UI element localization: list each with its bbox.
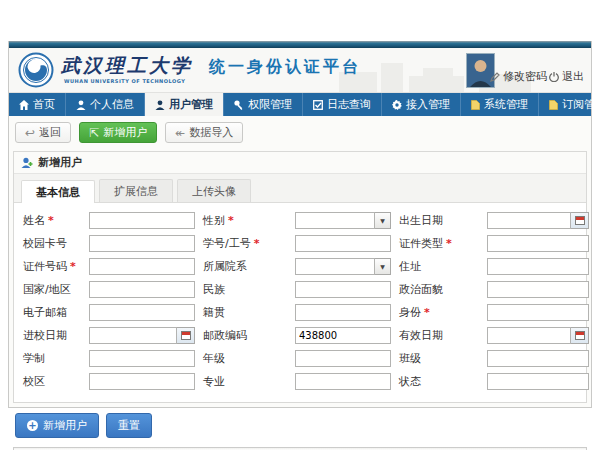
field-1-control: ▼	[295, 212, 391, 229]
field-8-label: 住址	[399, 259, 479, 274]
field-10-input[interactable]	[295, 281, 391, 298]
field-13-control	[295, 304, 391, 321]
nav-item-profile[interactable]: 个人信息	[66, 93, 145, 116]
field-0-input[interactable]	[89, 212, 195, 229]
field-2-input[interactable]	[487, 212, 571, 229]
field-12-input[interactable]	[89, 304, 195, 321]
field-5-control	[487, 235, 589, 252]
university-name-english: WUHAN UNIVERSITY OF TECHNOLOGY	[64, 78, 185, 84]
field-5-input[interactable]	[487, 235, 589, 252]
toolbar: ↩ 返回 ⇱ 新增用户 ↞ 数据导入	[13, 122, 587, 143]
nav-item-user-management[interactable]: 用户管理	[145, 93, 224, 116]
field-12-label: 电子邮箱	[23, 305, 81, 320]
university-logo	[18, 52, 54, 88]
document-icon	[549, 100, 558, 110]
reset-button[interactable]: 重置	[106, 413, 152, 438]
main-nav: 首页 个人信息 用户管理 权限管理 日志查询 接入管理 系统管理 订阅管理	[9, 93, 591, 116]
field-1-input[interactable]	[295, 212, 375, 229]
field-22-input[interactable]	[295, 373, 391, 390]
submit-add-user-button[interactable]: + 新增用户	[15, 413, 99, 438]
field-17-label: 有效日期	[399, 328, 479, 343]
header: 武汉理工大学 WUHAN UNIVERSITY OF TECHNOLOGY 统一…	[9, 48, 591, 93]
field-13-label: 籍贯	[203, 305, 287, 320]
field-18-input[interactable]	[89, 350, 195, 367]
change-password-link[interactable]: 修改密码	[490, 69, 547, 84]
nav-item-access[interactable]: 接入管理	[382, 93, 461, 116]
back-button[interactable]: ↩ 返回	[15, 122, 71, 143]
required-asterisk: *	[228, 214, 234, 227]
field-19-input[interactable]	[295, 350, 391, 367]
field-16-label: 邮政编码	[203, 328, 287, 343]
required-asterisk: *	[424, 306, 430, 319]
field-18-control	[89, 350, 195, 367]
logout-link[interactable]: 退出	[549, 69, 584, 84]
users-icon	[155, 100, 165, 110]
field-17-control	[487, 327, 589, 344]
field-0-control	[89, 212, 195, 229]
calendar-icon[interactable]	[571, 327, 589, 344]
field-21-input[interactable]	[89, 373, 195, 390]
field-19-control	[295, 350, 391, 367]
tab-extended-info[interactable]: 扩展信息	[99, 179, 173, 202]
field-11-control	[487, 281, 589, 298]
field-8-control	[487, 258, 589, 275]
field-16-control	[295, 327, 391, 344]
field-7-label: 所属院系	[203, 259, 287, 274]
field-20-control	[487, 350, 589, 367]
field-10-control	[295, 281, 391, 298]
top-accent-bar	[9, 41, 591, 48]
calendar-icon[interactable]	[571, 212, 589, 229]
pencil-icon	[490, 72, 500, 82]
form-actions: + 新增用户 重置	[15, 413, 585, 438]
form-tabs: 基本信息 扩展信息 上传头像	[14, 174, 586, 203]
add-user-icon	[21, 157, 33, 169]
new-user-panel: 新增用户 基本信息 扩展信息 上传头像 姓名*性别*▼出生日期校园卡号学号/工号…	[13, 151, 587, 403]
field-20-input[interactable]	[487, 350, 589, 367]
field-9-label: 国家/地区	[23, 282, 81, 297]
logout-label: 退出	[562, 69, 584, 84]
field-18-label: 学制	[23, 351, 81, 366]
field-15-input[interactable]	[89, 327, 177, 344]
field-16-input[interactable]	[295, 327, 391, 344]
required-asterisk: *	[254, 237, 260, 250]
nav-item-subscription[interactable]: 订阅管理	[539, 93, 600, 116]
field-23-label: 状态	[399, 374, 479, 389]
tab-upload-avatar[interactable]: 上传头像	[177, 179, 251, 202]
nav-item-permissions[interactable]: 权限管理	[224, 93, 303, 116]
field-8-input[interactable]	[487, 258, 589, 275]
field-0-label: 姓名*	[23, 213, 81, 228]
field-10-label: 民族	[203, 282, 287, 297]
chevron-down-icon[interactable]: ▼	[375, 258, 391, 275]
field-23-input[interactable]	[487, 373, 589, 390]
required-asterisk: *	[446, 237, 452, 250]
field-23-control	[487, 373, 589, 390]
field-11-input[interactable]	[487, 281, 589, 298]
skyline-decoration	[381, 63, 403, 92]
field-1-label: 性别*	[203, 213, 287, 228]
plus-circle-icon: +	[27, 420, 38, 431]
field-6-control	[89, 258, 195, 275]
add-user-toolbar-button[interactable]: ⇱ 新增用户	[79, 122, 157, 143]
data-import-button[interactable]: ↞ 数据导入	[165, 122, 243, 143]
field-14-input[interactable]	[487, 304, 589, 321]
field-22-label: 专业	[203, 374, 287, 389]
nav-item-system[interactable]: 系统管理	[461, 93, 539, 116]
field-9-input[interactable]	[89, 281, 195, 298]
field-13-input[interactable]	[295, 304, 391, 321]
required-asterisk: *	[48, 214, 54, 227]
field-4-input[interactable]	[295, 235, 391, 252]
nav-item-logs[interactable]: 日志查询	[303, 93, 382, 116]
field-7-input[interactable]	[295, 258, 375, 275]
field-14-control	[487, 304, 589, 321]
field-3-label: 校园卡号	[23, 236, 81, 251]
import-arrow-icon: ↞	[175, 127, 185, 139]
skyline-decoration	[423, 68, 453, 92]
field-3-input[interactable]	[89, 235, 195, 252]
calendar-icon[interactable]	[177, 327, 195, 344]
nav-item-home[interactable]: 首页	[9, 93, 66, 116]
chevron-down-icon[interactable]: ▼	[375, 212, 391, 229]
field-6-input[interactable]	[89, 258, 195, 275]
change-password-label: 修改密码	[503, 69, 547, 84]
tab-basic-info[interactable]: 基本信息	[21, 180, 95, 203]
field-17-input[interactable]	[487, 327, 571, 344]
